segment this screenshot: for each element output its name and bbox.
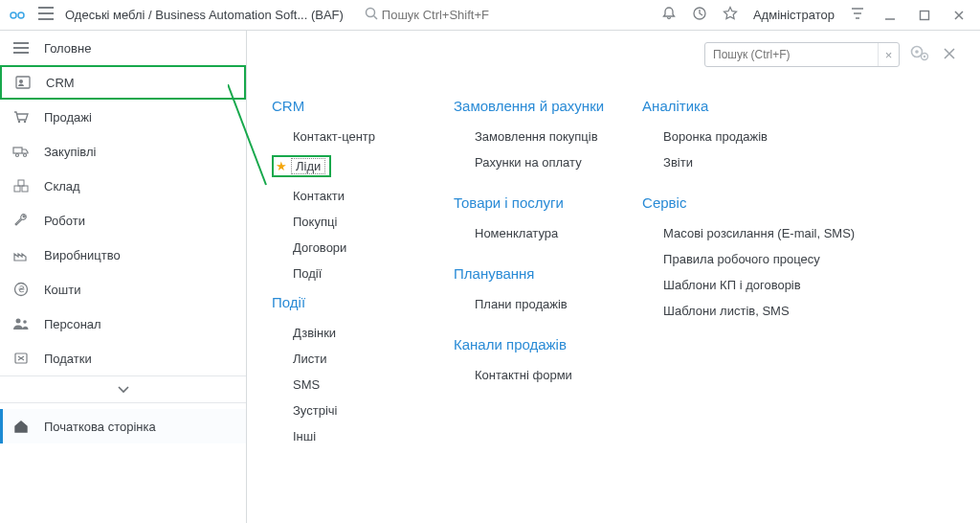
menu-item-contact-forms[interactable]: Контактні форми: [454, 362, 604, 388]
menu-item-sales-funnel[interactable]: Воронка продажів: [642, 124, 855, 149]
sidebar-item-label: Продажі: [44, 110, 92, 125]
sidebar: Головне CRM Продажі Закупівлі Склад Робо…: [0, 31, 247, 523]
sidebar-item-label: Виробництво: [44, 248, 121, 262]
group-title-goods[interactable]: Товари і послуги: [454, 194, 604, 211]
titlebar-search-input[interactable]: [382, 8, 545, 22]
star-icon[interactable]: [719, 6, 742, 24]
sidebar-item-sales[interactable]: Продажі: [0, 100, 246, 134]
sidebar-item-label: Кошти: [44, 283, 80, 297]
factory-icon: [11, 248, 31, 262]
sidebar-item-works[interactable]: Роботи: [0, 203, 246, 238]
menu-item-sales-plans[interactable]: Плани продажів: [454, 291, 604, 317]
clear-search-button[interactable]: ×: [878, 43, 899, 66]
svg-point-10: [16, 154, 19, 157]
sidebar-item-warehouse[interactable]: Склад: [0, 169, 246, 203]
menu-item-meetings[interactable]: Зустрічі: [272, 398, 415, 423]
titlebar-search[interactable]: [365, 7, 545, 23]
sidebar-item-label: Закупівлі: [44, 145, 96, 159]
menu-column-3: Аналітика Воронка продажів Звіти Сервіс …: [642, 90, 855, 449]
svg-point-8: [24, 121, 26, 123]
favorite-star-icon: ★: [276, 159, 287, 173]
panel-search-input[interactable]: [705, 48, 878, 61]
bell-icon[interactable]: [657, 6, 680, 24]
panel-search[interactable]: ×: [704, 42, 900, 67]
gear-icon[interactable]: [907, 44, 932, 66]
group-title-crm[interactable]: CRM: [272, 98, 415, 114]
sidebar-item-personnel[interactable]: Персонал: [0, 307, 246, 341]
sidebar-item-manufacturing[interactable]: Виробництво: [0, 238, 246, 272]
svg-point-18: [23, 320, 27, 324]
svg-point-24: [924, 55, 925, 57]
menu-item-letter-templates[interactable]: Шаблони листів, SMS: [642, 298, 855, 324]
menu-item-workflow-rules[interactable]: Правила робочого процесу: [642, 246, 855, 272]
sidebar-item-taxes[interactable]: Податки: [0, 341, 246, 375]
titlebar: Одеські меблі / Business Automation Soft…: [0, 0, 980, 31]
svg-rect-12: [14, 186, 20, 192]
search-icon: [365, 7, 378, 23]
sidebar-item-label: Склад: [44, 179, 80, 193]
sidebar-item-label: Персонал: [44, 317, 101, 331]
user-label[interactable]: Адміністратор: [753, 8, 835, 22]
sidebar-item-money[interactable]: ₴ Кошти: [0, 272, 246, 307]
svg-point-22: [915, 50, 919, 54]
menu-item-customers[interactable]: Покупці: [272, 209, 415, 235]
group-title-channels[interactable]: Канали продажів: [454, 336, 604, 352]
svg-point-11: [24, 154, 27, 157]
close-panel-button[interactable]: [940, 46, 959, 63]
svg-rect-4: [921, 11, 929, 19]
menu-item-contracts[interactable]: Договори: [272, 235, 415, 261]
menu-item-letters[interactable]: Листи: [272, 346, 415, 372]
history-icon[interactable]: [688, 6, 711, 24]
sidebar-item-label: Податки: [44, 352, 92, 366]
sidebar-item-crm[interactable]: CRM: [0, 65, 246, 100]
svg-rect-9: [13, 148, 22, 153]
menu-item-customer-orders[interactable]: Замовлення покупців: [454, 124, 604, 149]
window-maximize-button[interactable]: [911, 6, 938, 25]
svg-text:₴: ₴: [18, 284, 25, 294]
menu-item-invoices[interactable]: Рахунки на оплату: [454, 149, 604, 175]
menu-item-contacts[interactable]: Контакти: [272, 183, 415, 209]
wrench-icon: [11, 213, 31, 228]
boxes-icon: [11, 179, 31, 193]
filter-icon[interactable]: [846, 7, 869, 23]
menu-item-quote-templates[interactable]: Шаблони КП і договорів: [642, 272, 855, 298]
window-minimize-button[interactable]: [877, 6, 903, 25]
menu-item-leads[interactable]: ★ Ліди: [272, 155, 331, 177]
menu-item-contact-center[interactable]: Контакт-центр: [272, 124, 415, 149]
panel-toolbar: ×: [272, 42, 959, 67]
group-title-planning[interactable]: Планування: [454, 265, 604, 282]
group-title-events[interactable]: Події: [272, 294, 415, 310]
menu-item-reports[interactable]: Звіти: [642, 149, 855, 175]
svg-point-17: [16, 319, 21, 324]
menu-item-leads-label: Ліди: [291, 158, 325, 174]
window-close-button[interactable]: [946, 6, 972, 25]
menu-item-sms[interactable]: SMS: [272, 372, 415, 398]
sidebar-item-label: Головне: [44, 41, 91, 56]
menu-column-2: Замовлення й рахунки Замовлення покупців…: [454, 90, 604, 449]
svg-point-6: [19, 80, 23, 83]
sidebar-item-home[interactable]: Головне: [0, 31, 246, 65]
sidebar-item-start-page[interactable]: Початкова сторінка: [0, 409, 246, 443]
group-title-service[interactable]: Сервіс: [642, 194, 855, 211]
people-icon: [11, 317, 31, 330]
group-title-analytics[interactable]: Аналітика: [642, 98, 855, 114]
crm-icon: [13, 76, 33, 89]
sidebar-collapse-toggle[interactable]: [0, 375, 246, 403]
app-title: Одеські меблі / Business Automation Soft…: [65, 8, 344, 22]
sidebar-item-label: CRM: [46, 76, 75, 90]
sidebar-item-purchase[interactable]: Закупівлі: [0, 134, 246, 169]
menu-item-events[interactable]: Події: [272, 261, 415, 286]
group-title-orders[interactable]: Замовлення й рахунки: [454, 98, 604, 114]
main-menu-icon[interactable]: [34, 5, 57, 25]
tax-icon: [11, 352, 31, 365]
svg-rect-13: [22, 186, 28, 192]
menu-columns: CRM Контакт-центр ★ Ліди Контакти Покупц…: [272, 90, 959, 449]
menu-item-other[interactable]: Інші: [272, 423, 415, 449]
menu-item-mass-mailing[interactable]: Масові розсилання (E-mail, SMS): [642, 220, 855, 246]
menu-item-calls[interactable]: Дзвінки: [272, 320, 415, 346]
menu-item-nomenclature[interactable]: Номенклатура: [454, 220, 604, 246]
sidebar-item-label: Роботи: [44, 214, 85, 228]
crm-menu-panel: × CRM Контакт-центр ★ Ліди Контак: [247, 31, 980, 523]
sidebar-item-label: Початкова сторінка: [44, 420, 156, 434]
svg-rect-14: [18, 180, 24, 186]
